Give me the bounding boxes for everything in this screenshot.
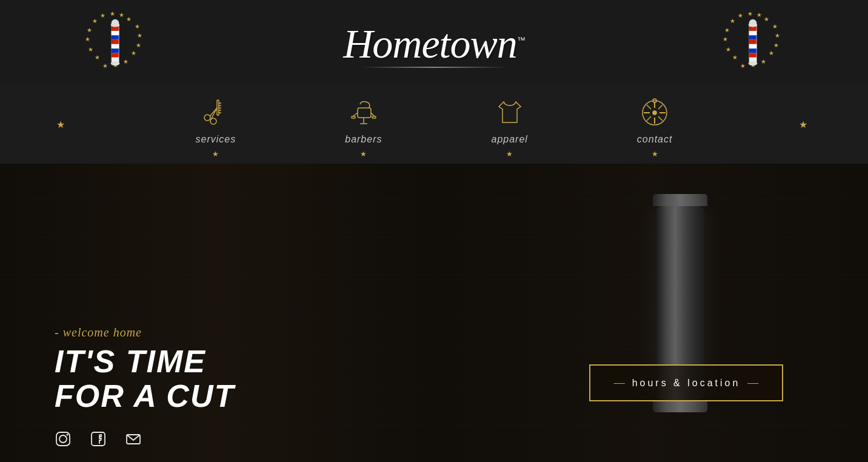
svg-rect-47 [749, 26, 757, 30]
svg-point-64 [204, 115, 210, 121]
nav-star-left: ★ [56, 119, 65, 130]
svg-line-70 [371, 113, 375, 116]
svg-text:★: ★ [769, 49, 774, 56]
sidebar-item-contact[interactable]: contact ★ [637, 96, 673, 159]
sidebar-item-services[interactable]: services ★ [196, 96, 236, 159]
nav-label-contact: contact [637, 134, 673, 145]
svg-rect-52 [749, 49, 757, 53]
navigation: ★ services ★ [0, 85, 868, 164]
svg-text:★: ★ [740, 62, 746, 69]
svg-rect-71 [352, 116, 355, 118]
svg-rect-48 [749, 30, 757, 35]
svg-text:★: ★ [773, 42, 779, 49]
svg-text:★: ★ [92, 18, 98, 24]
svg-rect-89 [92, 432, 105, 446]
svg-text:★: ★ [723, 36, 728, 42]
svg-text:★: ★ [131, 49, 136, 56]
svg-text:★: ★ [119, 12, 124, 18]
svg-point-55 [749, 61, 758, 65]
svg-point-54 [749, 19, 757, 27]
svg-rect-21 [112, 39, 119, 44]
sidebar-item-barbers[interactable]: barbers ★ [345, 96, 382, 159]
pole-decoration-left: ★ ★ ★ ★ ★ ★ ★ ★ ★ ★ [85, 6, 145, 79]
nav-label-apparel: apparel [491, 134, 527, 145]
svg-text:★: ★ [137, 32, 142, 38]
welcome-text: - welcome home [55, 326, 235, 340]
headline-line1: IT'S TIME [55, 344, 235, 379]
svg-text:★: ★ [730, 18, 735, 24]
svg-text:★: ★ [85, 36, 90, 42]
svg-point-26 [111, 61, 120, 65]
svg-line-83 [647, 116, 651, 121]
facebook-icon[interactable] [90, 430, 107, 450]
svg-rect-20 [112, 35, 119, 39]
svg-text:★: ★ [126, 15, 132, 22]
svg-text:★: ★ [87, 26, 92, 33]
svg-rect-56 [749, 24, 750, 63]
hero-content: - welcome home IT'S TIME FOR A CUT [55, 326, 235, 413]
svg-text:★: ★ [775, 32, 780, 38]
header: ★ ★ ★ ★ ★ ★ ★ ★ ★ ★ [0, 0, 868, 85]
svg-rect-19 [112, 30, 119, 35]
nav-star-contact: ★ [652, 150, 658, 159]
svg-text:★: ★ [100, 12, 105, 19]
svg-point-25 [112, 19, 119, 27]
svg-point-87 [59, 435, 67, 443]
svg-text:★: ★ [738, 12, 743, 19]
social-links [55, 430, 142, 450]
hours-location-button[interactable]: — hours & location — [589, 364, 783, 401]
svg-text:★: ★ [761, 58, 766, 65]
svg-text:★: ★ [136, 42, 141, 49]
svg-text:★: ★ [110, 10, 115, 16]
svg-text:★: ★ [772, 23, 778, 30]
svg-rect-68 [358, 108, 371, 118]
svg-line-69 [353, 113, 358, 116]
svg-rect-18 [112, 26, 119, 30]
svg-rect-50 [749, 39, 757, 44]
cta-dash-left: — [614, 377, 625, 389]
svg-line-81 [658, 116, 663, 121]
svg-point-88 [67, 434, 68, 436]
svg-rect-57 [756, 24, 756, 63]
pole-decoration-right: ★ ★ ★ ★ ★ ★ ★ ★ ★ ★ ★ ★ ★ ★ ★ ★ [723, 6, 783, 79]
instagram-icon[interactable] [55, 430, 72, 450]
svg-rect-23 [112, 49, 119, 53]
svg-rect-53 [749, 53, 757, 57]
nav-star-apparel: ★ [506, 150, 513, 159]
svg-text:★: ★ [123, 58, 129, 65]
svg-text:★: ★ [724, 26, 730, 33]
main-content: - welcome home IT'S TIME FOR A CUT [0, 164, 868, 462]
logo-text: Hometown™ [343, 23, 525, 64]
barber-chair-icon [347, 96, 380, 129]
nav-star-barbers: ★ [360, 150, 367, 159]
svg-rect-22 [112, 44, 119, 48]
svg-text:★: ★ [102, 62, 108, 69]
nav-star-right: ★ [799, 119, 807, 130]
svg-rect-24 [112, 53, 119, 57]
logo-underline [361, 67, 507, 68]
svg-point-84 [653, 111, 656, 115]
svg-text:★: ★ [756, 12, 762, 18]
svg-rect-51 [749, 44, 757, 48]
sidebar-item-apparel[interactable]: apparel ★ [491, 96, 527, 159]
svg-text:★: ★ [764, 15, 769, 22]
svg-text:★: ★ [135, 23, 140, 30]
svg-text:★: ★ [726, 46, 731, 53]
bg-overlay [0, 164, 868, 462]
site-logo[interactable]: Hometown™ [343, 23, 525, 68]
svg-line-80 [647, 105, 651, 109]
svg-line-82 [658, 105, 663, 109]
scissors-icon [199, 96, 232, 129]
svg-text:★: ★ [88, 46, 93, 53]
nav-label-barbers: barbers [345, 134, 382, 145]
svg-text:★: ★ [95, 54, 100, 61]
email-icon[interactable] [125, 430, 142, 450]
svg-rect-49 [749, 35, 757, 39]
compass-icon [638, 96, 672, 129]
svg-text:★: ★ [732, 54, 738, 61]
headline-line2: FOR A CUT [55, 379, 235, 413]
tshirt-icon [493, 96, 526, 129]
headline: IT'S TIME FOR A CUT [55, 344, 235, 413]
cta-label: hours & location [632, 378, 741, 389]
cta-dash-right: — [747, 377, 758, 389]
